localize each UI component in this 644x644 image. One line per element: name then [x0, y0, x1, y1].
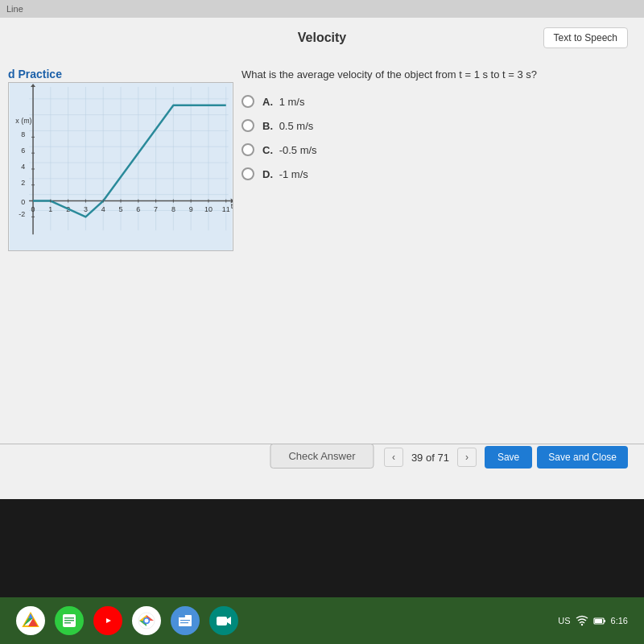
svg-text:4: 4: [101, 205, 105, 213]
taskbar-meet-icon[interactable]: [209, 606, 238, 635]
header: Velocity Text to Speech: [0, 18, 644, 55]
svg-point-74: [145, 619, 149, 623]
option-d-letter: D.: [262, 168, 273, 180]
svg-text:11: 11: [222, 205, 230, 213]
svg-text:0: 0: [21, 198, 25, 206]
pagination-total: 71: [437, 452, 448, 464]
option-d-value: -1 m/s: [279, 168, 308, 180]
svg-rect-76: [179, 615, 185, 617]
svg-marker-80: [227, 617, 231, 625]
taskbar-time: 6:16: [611, 616, 628, 625]
option-c-value: -0.5 m/s: [279, 144, 317, 156]
next-page-button[interactable]: ›: [457, 448, 477, 467]
svg-text:7: 7: [154, 205, 158, 213]
battery-icon: [593, 614, 606, 627]
top-bar-label: Line: [6, 4, 23, 14]
svg-text:1: 1: [48, 205, 52, 213]
svg-text:10: 10: [204, 205, 213, 213]
svg-text:t (s): t (s): [231, 202, 233, 210]
svg-text:5: 5: [119, 205, 123, 213]
svg-text:3: 3: [84, 205, 88, 213]
option-a[interactable]: A. 1 m/s: [242, 95, 636, 108]
option-a-value: 1 m/s: [279, 96, 305, 108]
option-c[interactable]: C. -0.5 m/s: [242, 143, 636, 156]
pagination-separator: of: [426, 452, 437, 464]
taskbar: US 6:16: [0, 597, 644, 644]
svg-text:-2: -2: [19, 210, 25, 218]
graph-svg: 0 2 4 6 8 -2 0 1 2 3 4 5 6 7 8 9 10 11: [9, 83, 233, 250]
svg-text:0: 0: [31, 205, 35, 213]
svg-rect-84: [595, 619, 602, 623]
pagination-current: 39: [411, 452, 423, 464]
taskbar-youtube-icon[interactable]: [93, 606, 122, 635]
bottom-controls: ‹ 39 of 71 › Save Save and Close: [384, 446, 628, 469]
option-b-value: 0.5 m/s: [279, 120, 314, 132]
svg-rect-68: [64, 622, 71, 624]
question-text: What is the average velocity of the obje…: [242, 68, 636, 82]
svg-rect-66: [64, 617, 74, 619]
svg-rect-78: [180, 622, 188, 623]
svg-text:2: 2: [21, 179, 25, 187]
taskbar-green-icon[interactable]: [55, 606, 84, 635]
svg-rect-67: [64, 620, 74, 621]
taskbar-status: US 6:16: [558, 614, 628, 627]
save-close-button[interactable]: Save and Close: [537, 446, 628, 469]
option-b[interactable]: B. 0.5 m/s: [242, 119, 636, 132]
svg-point-81: [580, 624, 582, 625]
top-bar: Line: [0, 0, 644, 18]
option-b-letter: B.: [262, 120, 273, 132]
pagination-text: 39 of 71: [411, 452, 449, 464]
check-answer-button[interactable]: Check Answer: [270, 444, 374, 469]
radio-a[interactable]: [242, 95, 254, 108]
page-title: Velocity: [220, 31, 423, 45]
wifi-icon: [576, 614, 588, 627]
svg-text:9: 9: [189, 205, 193, 213]
svg-rect-77: [180, 620, 190, 621]
option-a-letter: A.: [262, 96, 273, 108]
radio-b[interactable]: [242, 119, 254, 132]
svg-rect-79: [217, 617, 227, 625]
svg-rect-83: [604, 620, 605, 622]
option-d[interactable]: D. -1 m/s: [242, 167, 636, 180]
question-area: What is the average velocity of the obje…: [242, 68, 636, 192]
svg-text:x (m): x (m): [15, 117, 31, 125]
svg-text:6: 6: [21, 147, 25, 155]
radio-c[interactable]: [242, 143, 254, 156]
svg-text:4: 4: [21, 163, 25, 171]
prev-page-button[interactable]: ‹: [384, 448, 403, 467]
save-buttons: Save Save and Close: [485, 446, 628, 469]
graph-container: 0 2 4 6 8 -2 0 1 2 3 4 5 6 7 8 9 10 11: [8, 82, 233, 251]
option-c-letter: C.: [262, 144, 273, 156]
taskbar-us-label: US: [558, 616, 570, 625]
svg-text:6: 6: [136, 205, 140, 213]
svg-text:8: 8: [21, 130, 25, 138]
svg-text:8: 8: [171, 205, 175, 213]
taskbar-drive-icon[interactable]: [16, 606, 45, 635]
taskbar-files-icon[interactable]: [171, 606, 200, 635]
sidebar-label: d Practice: [8, 68, 62, 80]
check-answer-area: Check Answer: [270, 444, 374, 469]
taskbar-chrome-icon[interactable]: [132, 606, 161, 635]
content-area: Velocity Text to Speech d Practice What …: [0, 18, 644, 499]
save-button[interactable]: Save: [485, 446, 532, 469]
radio-d[interactable]: [242, 167, 254, 180]
text-to-speech-button[interactable]: Text to Speech: [543, 27, 628, 48]
